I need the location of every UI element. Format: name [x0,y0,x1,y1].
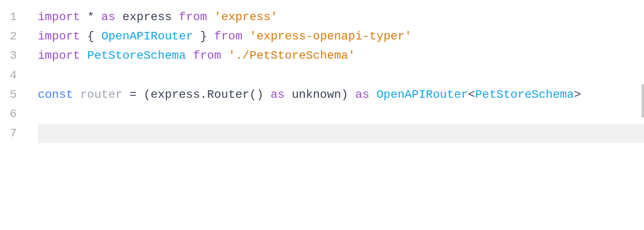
scrollbar[interactable] [641,84,644,118]
code-line-2: import { OpenAPIRouter } from 'express-o… [38,27,644,46]
code-content[interactable]: import * as express from 'express'import… [25,0,644,230]
code-editor: 1 2 3 4 5 6 7 import * as express from '… [0,0,644,230]
code-line-3: import PetStoreSchema from './PetStoreSc… [38,46,644,65]
line-number-2: 2 [0,27,25,46]
line-number-1: 1 [0,8,25,27]
line-number-4: 4 [0,66,25,85]
line-number-5: 5 [0,85,25,105]
code-line-5: const router = (express.Router() as unkn… [38,85,644,105]
line-number-7: 7 [0,124,25,143]
code-line-6 [38,105,644,124]
line-number-3: 3 [0,46,25,65]
line-numbers: 1 2 3 4 5 6 7 [0,0,25,230]
code-line-7 [38,124,644,143]
code-line-4 [38,66,644,85]
code-line-1: import * as express from 'express' [38,8,644,27]
line-number-6: 6 [0,105,25,124]
